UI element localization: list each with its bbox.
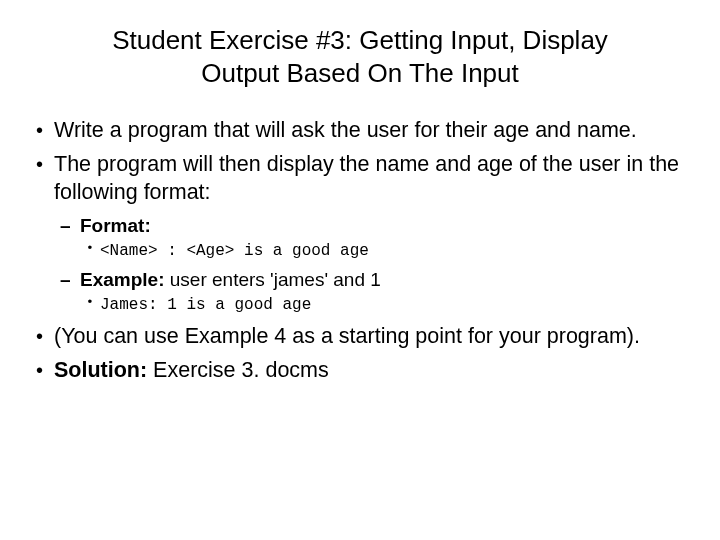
- format-code: <Name> : <Age> is a good age: [80, 240, 688, 262]
- sub-sub-list: James: 1 is a good age: [80, 294, 688, 316]
- example-code: James: 1 is a good age: [80, 294, 688, 316]
- bullet-text: The program will then display the name a…: [54, 152, 679, 204]
- bullet-item: The program will then display the name a…: [32, 151, 688, 317]
- solution-value: Exercise 3. docms: [147, 358, 329, 382]
- sub-list: Format: <Name> : <Age> is a good age Exa…: [54, 213, 688, 317]
- format-label: Format:: [80, 215, 151, 236]
- sub-item: Format: <Name> : <Age> is a good age: [54, 213, 688, 263]
- slide-title: Student Exercise #3: Getting Input, Disp…: [32, 24, 688, 89]
- sub-sub-list: <Name> : <Age> is a good age: [80, 240, 688, 262]
- bullet-item: Solution: Exercise 3. docms: [32, 357, 688, 385]
- example-text: user enters 'james' and 1: [164, 269, 380, 290]
- bullet-item: (You can use Example 4 as a starting poi…: [32, 323, 688, 351]
- sub-item: Example: user enters 'james' and 1 James…: [54, 267, 688, 317]
- bullet-list: Write a program that will ask the user f…: [32, 117, 688, 385]
- bullet-item: Write a program that will ask the user f…: [32, 117, 688, 145]
- example-label: Example:: [80, 269, 164, 290]
- solution-label: Solution:: [54, 358, 147, 382]
